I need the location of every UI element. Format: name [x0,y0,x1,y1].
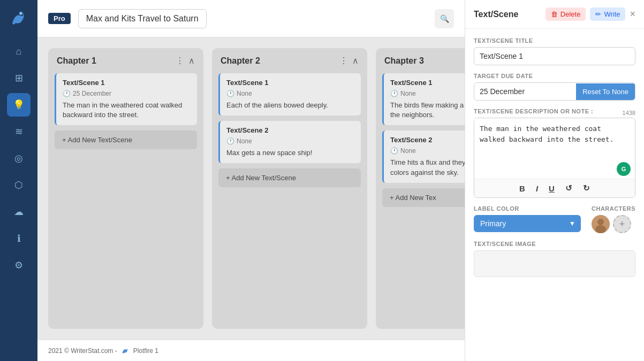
desc-label: TEXT/SCENE DESCRIPTION OR NOTE : [474,108,593,114]
svg-point-2 [597,219,604,225]
image-placeholder [474,250,635,277]
board-columns: Chapter 1 ⋮ ∧ Text/Scene 1 🕐 25 December… [37,37,465,340]
sidebar-item-globe[interactable]: ◎ [7,147,31,170]
scene-date: 🕐 None [390,147,465,155]
search-button[interactable]: 🔍 [435,9,454,28]
date-value: 25 December [474,83,576,100]
chapter-col-1: Chapter 1 ⋮ ∧ Text/Scene 1 🕐 25 December… [48,48,203,329]
scene-desc: Each of the aliens bowed deeply. [226,101,354,110]
panel-header-actions: 🗑 Delete ✏ Write × [545,7,635,21]
chapter-1-title: Chapter 1 [57,56,96,66]
scene-card[interactable]: Text/Scene 1 🕐 None Each of the aliens b… [218,73,361,116]
sidebar-item-home[interactable]: ⌂ [7,40,31,63]
reset-date-button[interactable]: Reset To None [576,83,635,100]
scene-desc: Max gets a new space ship! [226,148,354,158]
scene-date: 🕐 None [226,137,354,145]
label-color-section: LABEL COLOR Primary Secondary Danger War… [474,205,581,233]
pen-icon: ✏ [595,10,601,18]
trash-icon: 🗑 [551,10,558,18]
panel-body: TEXT/SCENE TITLE TARGET DUE DATE 25 Dece… [465,29,644,286]
chapter-2-header: Chapter 2 ⋮ ∧ [212,48,367,71]
underline-button[interactable]: U [547,183,557,194]
chapter-col-3: Chapter 3 ⋮ ∧ Text/Scene 1 🕐 None The bi… [376,48,465,329]
add-scene-button-2[interactable]: + Add New Text/Scene [218,168,361,187]
scene-title: Text/Scene 1 [226,79,354,87]
scene-title-input[interactable] [474,47,635,65]
desc-toolbar: B I U ↺ ↻ [474,179,635,197]
app-logo [5,5,32,32]
footer-copyright: 2021 © WriterStat.com - [48,347,117,355]
delete-button[interactable]: 🗑 Delete [545,7,586,21]
chapter-2-menu-icon[interactable]: ⋮ [339,56,348,66]
scene-desc: Time hits a flux and they show their tru… [390,158,465,177]
svg-point-0 [19,12,22,15]
undo-button[interactable]: ↺ [563,182,574,194]
clock-icon: 🕐 [390,147,398,155]
chapter-1-actions: ⋮ ∧ [176,56,195,66]
chapter-1-menu-icon[interactable]: ⋮ [176,56,184,66]
close-button[interactable]: × [630,9,635,20]
label-color-select[interactable]: Primary Secondary Danger Warning Success [474,215,581,232]
chapter-1-collapse-icon[interactable]: ∧ [188,56,195,66]
grammarly-icon: G [617,162,631,176]
due-date-label: TARGET DUE DATE [474,73,635,79]
scene-card[interactable]: Text/Scene 2 🕐 None Max gets a new space… [218,121,361,163]
scene-card[interactable]: Text/Scene 2 🕐 None Time hits a flux and… [382,130,465,182]
scene-title: Text/Scene 1 [63,79,191,87]
date-row: 25 December Reset To None [474,82,635,101]
pro-badge: Pro [48,13,71,24]
label-char-row: LABEL COLOR Primary Secondary Danger War… [474,205,635,233]
chapter-2-collapse-icon[interactable]: ∧ [352,56,359,66]
desc-textarea[interactable]: The man in the weathered coat walked bac… [474,118,635,177]
sidebar-item-cloud[interactable]: ☁ [7,200,31,224]
add-scene-button-1[interactable]: + Add New Text/Scene [55,130,197,149]
project-title[interactable]: Max and Kits Travel to Saturn [78,9,207,28]
sidebar-item-network[interactable]: ⬡ [7,173,31,197]
scene-card[interactable]: Text/Scene 1 🕐 None The birds flew makin… [382,73,465,125]
footer-plotfire: Plotfire 1 [133,347,158,355]
characters-section: CHARACTERS + [592,205,635,233]
image-section: TEXT/SCENE IMAGE [474,241,635,277]
add-character-button[interactable]: + [613,215,631,233]
chapter-2-title: Chapter 2 [221,56,260,66]
chapter-3-header: Chapter 3 ⋮ ∧ [376,48,465,71]
sidebar-item-light[interactable]: 💡 [7,93,31,117]
clock-icon: 🕐 [63,90,71,97]
redo-button[interactable]: ↻ [581,182,592,194]
italic-button[interactable]: I [534,183,540,194]
scene-title-field: TEXT/SCENE TITLE [474,37,635,65]
scene-card[interactable]: Text/Scene 1 🕐 25 December The man in th… [55,73,197,125]
scene-date: 🕐 25 December [63,90,191,97]
avatar[interactable] [592,215,610,233]
sidebar-item-waves[interactable]: ≋ [7,120,31,143]
scene-title-label: TEXT/SCENE TITLE [474,37,635,44]
desc-label-row: TEXT/SCENE DESCRIPTION OR NOTE : 1438 [474,108,635,118]
delete-label: Delete [560,10,581,18]
footer: 2021 © WriterStat.com - Plotfire 1 [37,340,465,361]
label-color-label: LABEL COLOR [474,205,581,212]
scene-title: Text/Scene 2 [226,126,354,134]
description-field: TEXT/SCENE DESCRIPTION OR NOTE : 1438 Th… [474,108,635,198]
scene-desc: The man in the weathered coat walked bac… [63,101,191,120]
plotfire-logo [120,346,130,356]
scene-title: Text/Scene 1 [390,79,465,87]
sidebar-item-grid[interactable]: ⊞ [7,66,31,90]
char-count: 1438 [623,110,635,116]
chapter-2-body: Text/Scene 1 🕐 None Each of the aliens b… [212,71,367,329]
write-label: Write [604,10,620,18]
main-area: Pro Max and Kits Travel to Saturn 🔍 Chap… [37,0,465,361]
clock-icon: 🕐 [226,90,234,97]
write-button[interactable]: ✏ Write [590,7,625,21]
panel-title: Text/Scene [474,10,518,19]
chapter-3-title: Chapter 3 [384,56,424,66]
char-avatars: + [592,215,635,233]
chapter-3-body: Text/Scene 1 🕐 None The birds flew makin… [376,71,465,329]
image-label: TEXT/SCENE IMAGE [474,241,635,247]
chapter-2-actions: ⋮ ∧ [339,56,359,66]
bold-button[interactable]: B [517,183,527,194]
sidebar-item-info[interactable]: ℹ [7,227,31,250]
header: Pro Max and Kits Travel to Saturn 🔍 [37,0,465,37]
add-scene-button-3[interactable]: + Add New Tex [382,188,465,207]
desc-area-wrapper: The man in the weathered coat walked bac… [474,118,635,198]
sidebar-item-settings[interactable]: ⚙ [7,254,31,277]
